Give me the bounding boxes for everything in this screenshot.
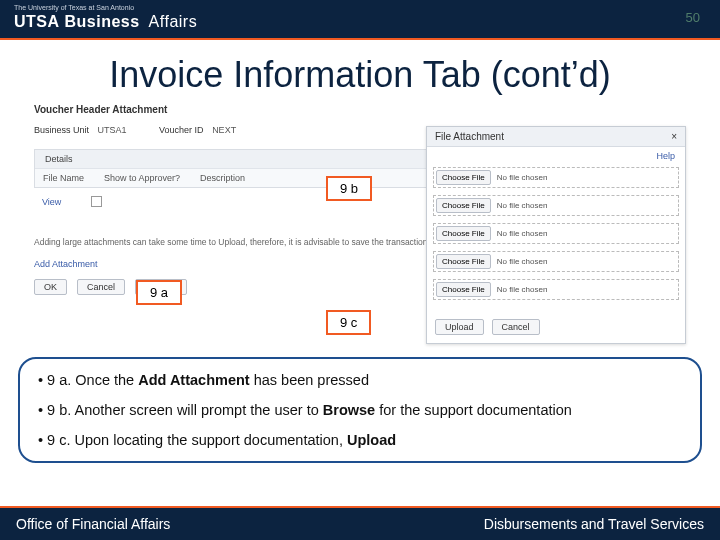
add-attachment-link[interactable]: Add Attachment <box>34 259 98 269</box>
university-name: The University of Texas at San Antonio <box>14 4 134 11</box>
footer-bar: Office of Financial Affairs Disbursement… <box>0 508 720 540</box>
no-file-text: No file chosen <box>497 229 548 238</box>
logo-utsa: UTSA <box>14 13 60 30</box>
file-row: Choose File No file chosen <box>433 251 679 272</box>
vha-section-title: Voucher Header Attachment <box>34 104 686 115</box>
file-attachment-modal: File Attachment × Help Choose File No fi… <box>426 126 686 344</box>
instruction-box: 9 a. Once the Add Attachment has been pr… <box>18 357 702 463</box>
logo-business: Business <box>65 13 140 30</box>
modal-cancel-button[interactable]: Cancel <box>492 319 540 335</box>
screenshot-area: Voucher Header Attachment Business Unit … <box>34 104 686 349</box>
no-file-text: No file chosen <box>497 201 548 210</box>
instruction-9a: 9 a. Once the Add Attachment has been pr… <box>38 371 682 389</box>
choose-file-button[interactable]: Choose File <box>436 198 491 213</box>
no-file-text: No file chosen <box>497 173 548 182</box>
choose-file-button[interactable]: Choose File <box>436 170 491 185</box>
callout-9a: 9 a <box>136 280 182 305</box>
callout-9b: 9 b <box>326 176 372 201</box>
utsa-logo: UTSA Business Affairs <box>14 13 197 31</box>
footer-right: Disbursements and Travel Services <box>484 516 704 532</box>
callout-9c: 9 c <box>326 310 371 335</box>
header-rule <box>0 38 720 40</box>
bu-label: Business Unit <box>34 125 89 135</box>
slide-title: Invoice Information Tab (cont’d) <box>0 54 720 96</box>
choose-file-button[interactable]: Choose File <box>436 254 491 269</box>
col-filename: File Name <box>43 173 84 183</box>
header-bar: The University of Texas at San Antonio U… <box>0 0 720 38</box>
modal-title: File Attachment <box>435 131 504 142</box>
file-row: Choose File No file chosen <box>433 279 679 300</box>
col-description: Description <box>200 173 245 183</box>
file-row: Choose File No file chosen <box>433 223 679 244</box>
details-tab[interactable]: Details <box>35 154 83 164</box>
instruction-9c: 9 c. Upon locating the support documenta… <box>38 431 682 449</box>
file-row: Choose File No file chosen <box>433 195 679 216</box>
bu-value: UTSA1 <box>98 125 127 135</box>
logo-affairs: Affairs <box>149 13 198 30</box>
view-link[interactable]: View <box>42 197 61 207</box>
vid-label: Voucher ID <box>159 125 204 135</box>
cancel-button[interactable]: Cancel <box>77 279 125 295</box>
instruction-9b: 9 b. Another screen will prompt the user… <box>38 401 682 419</box>
file-row: Choose File No file chosen <box>433 167 679 188</box>
close-icon[interactable]: × <box>671 131 677 142</box>
help-link[interactable]: Help <box>427 147 685 161</box>
no-file-text: No file chosen <box>497 257 548 266</box>
vid-value: NEXT <box>212 125 236 135</box>
choose-file-button[interactable]: Choose File <box>436 282 491 297</box>
file-rows: Choose File No file chosen Choose File N… <box>427 161 685 315</box>
col-show-approver: Show to Approver? <box>104 173 180 183</box>
page-number: 50 <box>686 10 700 25</box>
ok-button[interactable]: OK <box>34 279 67 295</box>
choose-file-button[interactable]: Choose File <box>436 226 491 241</box>
no-file-text: No file chosen <box>497 285 548 294</box>
upload-button[interactable]: Upload <box>435 319 484 335</box>
show-approver-checkbox[interactable] <box>91 196 102 207</box>
footer-left: Office of Financial Affairs <box>16 516 170 532</box>
